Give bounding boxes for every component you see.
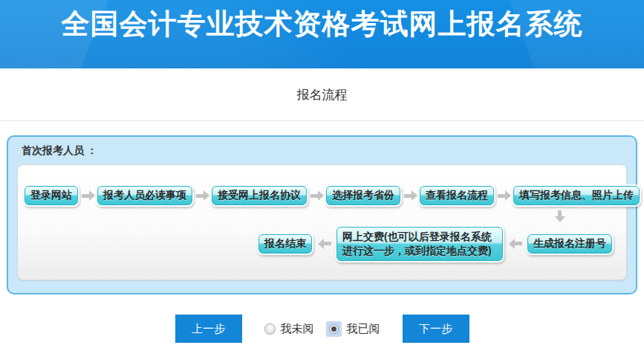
step-accept-agreement: 接受网上报名协议 [210, 184, 308, 207]
arrow-right-icon [82, 194, 89, 198]
site-title: 全国会计专业技术资格考试网上报名系统 [62, 5, 583, 42]
arrow-right-icon [498, 194, 505, 198]
step-label: 报名结束 [258, 234, 312, 254]
arrow-right-icon [404, 194, 412, 198]
step-label: 生成报名注册号 [527, 234, 612, 254]
arrow-left-icon [324, 242, 331, 245]
step-label: 填写报考信息、照片上传 [513, 186, 640, 205]
arrow-left-icon [515, 242, 522, 245]
flowchart-container: 登录网站 报考人员必读事项 接受网上报名协议 选择报考省份 查看报名流程 [17, 164, 627, 280]
step-must-read: 报考人员必读事项 [96, 184, 194, 207]
step-label: 登录网站 [25, 186, 78, 205]
step-label: 选择报考省份 [326, 186, 400, 205]
radio-option-unread[interactable]: 我未阅 [264, 322, 314, 336]
radio-checked-icon[interactable] [326, 321, 342, 337]
prev-step-button[interactable]: 上一步 [175, 315, 242, 343]
flow-row-2: 报名结束 网上交费(也可以后登录报名系统进行这一步，或到指定地点交费) 生成报名… [23, 225, 621, 262]
footer-controls: 上一步 我未阅 我已阅 下一步 [0, 315, 644, 343]
section-title-bar: 报名流程 [0, 68, 644, 121]
read-confirmation-radio-group: 我未阅 我已阅 [264, 321, 380, 337]
step-generate-registration-number: 生成报名注册号 [526, 233, 614, 255]
radio-unchecked-icon[interactable] [264, 323, 276, 335]
step-fill-info-upload-photo: 填写报考信息、照片上传 [512, 184, 641, 207]
arrow-right-icon [310, 194, 318, 198]
step-label: 网上交费(也可以后登录报名系统进行这一步，或到指定地点交费) [336, 227, 503, 261]
registration-page: 全国会计专业技术资格考试网上报名系统 报名流程 首次报考人员 ： 登录网站 报考… [0, 0, 644, 348]
arrow-right-icon [196, 194, 204, 198]
first-time-applicant-panel: 首次报考人员 ： 登录网站 报考人员必读事项 接受网上报名协议 选择报考省份 [7, 135, 637, 294]
arrow-down-icon [558, 210, 562, 216]
radio-read-label[interactable]: 我已阅 [347, 322, 380, 336]
step-login: 登录网站 [23, 184, 79, 207]
section-title: 报名流程 [297, 86, 348, 103]
flow-connector-row [23, 210, 621, 222]
next-step-button[interactable]: 下一步 [403, 315, 469, 343]
group-label: 首次报考人员 ： [8, 137, 636, 164]
flow-row-1: 登录网站 报考人员必读事项 接受网上报名协议 选择报考省份 查看报名流程 [23, 184, 621, 207]
step-registration-finished: 报名结束 [257, 233, 313, 255]
step-select-province: 选择报考省份 [325, 184, 402, 207]
page-header: 全国会计专业技术资格考试网上报名系统 [0, 0, 644, 68]
step-label: 查看报名流程 [420, 186, 494, 205]
step-view-process: 查看报名流程 [418, 184, 495, 207]
step-online-payment: 网上交费(也可以后登录报名系统进行这一步，或到指定地点交费) [335, 225, 504, 262]
radio-unread-label[interactable]: 我未阅 [281, 322, 314, 336]
step-label: 接受网上报名协议 [212, 186, 307, 205]
radio-option-read[interactable]: 我已阅 [326, 321, 380, 337]
step-label: 报考人员必读事项 [97, 186, 192, 205]
